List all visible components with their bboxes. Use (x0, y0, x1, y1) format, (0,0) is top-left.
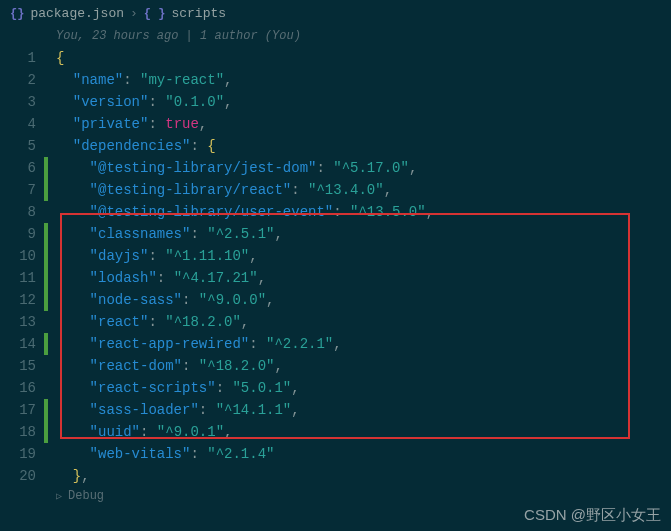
braces-icon: { } (144, 7, 166, 21)
line-number: 10 (0, 245, 44, 267)
code-line[interactable]: { (56, 47, 671, 69)
line-number: 17 (0, 399, 44, 421)
code-line[interactable]: "version": "0.1.0", (56, 91, 671, 113)
line-number: 4 (0, 113, 44, 135)
line-number: 13 (0, 311, 44, 333)
line-number: 14 (0, 333, 44, 355)
line-number: 1 (0, 47, 44, 69)
code-line[interactable]: "lodash": "^4.17.21", (56, 267, 671, 289)
code-line[interactable]: "react-app-rewired": "^2.2.1", (56, 333, 671, 355)
line-number: 9 (0, 223, 44, 245)
line-number: 5 (0, 135, 44, 157)
code-content[interactable]: { "name": "my-react", "version": "0.1.0"… (48, 47, 671, 487)
line-number: 8 (0, 201, 44, 223)
breadcrumb[interactable]: {} package.json › { } scripts (0, 0, 671, 27)
line-number: 3 (0, 91, 44, 113)
line-number: 7 (0, 179, 44, 201)
code-line[interactable]: "dependencies": { (56, 135, 671, 157)
code-line[interactable]: "sass-loader": "^14.1.1", (56, 399, 671, 421)
line-number: 2 (0, 69, 44, 91)
code-line[interactable]: "react": "^18.2.0", (56, 311, 671, 333)
debug-label[interactable]: Debug (68, 489, 104, 503)
code-line[interactable]: "web-vitals": "^2.1.4" (56, 443, 671, 465)
line-number: 15 (0, 355, 44, 377)
code-line[interactable]: "classnames": "^2.5.1", (56, 223, 671, 245)
code-line[interactable]: "node-sass": "^9.0.0", (56, 289, 671, 311)
code-editor[interactable]: 1234567891011121314151617181920 { "name"… (0, 47, 671, 487)
line-number: 16 (0, 377, 44, 399)
line-number: 20 (0, 465, 44, 487)
line-number: 12 (0, 289, 44, 311)
gitlens-author-info: You, 23 hours ago | 1 author (You) (0, 27, 671, 47)
breadcrumb-section[interactable]: scripts (171, 6, 226, 21)
line-number: 18 (0, 421, 44, 443)
line-number-gutter: 1234567891011121314151617181920 (0, 47, 44, 487)
code-line[interactable]: "@testing-library/react": "^13.4.0", (56, 179, 671, 201)
line-number: 19 (0, 443, 44, 465)
code-line[interactable]: }, (56, 465, 671, 487)
code-line[interactable]: "@testing-library/user-event": "^13.5.0"… (56, 201, 671, 223)
watermark: CSDN @野区小女王 (524, 506, 661, 525)
code-line[interactable]: "name": "my-react", (56, 69, 671, 91)
line-number: 11 (0, 267, 44, 289)
code-line[interactable]: "dayjs": "^1.11.10", (56, 245, 671, 267)
breadcrumb-file[interactable]: package.json (30, 6, 124, 21)
code-line[interactable]: "private": true, (56, 113, 671, 135)
code-line[interactable]: "react-dom": "^18.2.0", (56, 355, 671, 377)
play-icon: ▷ (56, 490, 62, 502)
json-file-icon: {} (10, 7, 24, 21)
line-number: 6 (0, 157, 44, 179)
code-line[interactable]: "uuid": "^9.0.1", (56, 421, 671, 443)
debug-codelens[interactable]: ▷ Debug (0, 487, 671, 503)
chevron-right-icon: › (130, 6, 138, 21)
code-line[interactable]: "@testing-library/jest-dom": "^5.17.0", (56, 157, 671, 179)
code-line[interactable]: "react-scripts": "5.0.1", (56, 377, 671, 399)
